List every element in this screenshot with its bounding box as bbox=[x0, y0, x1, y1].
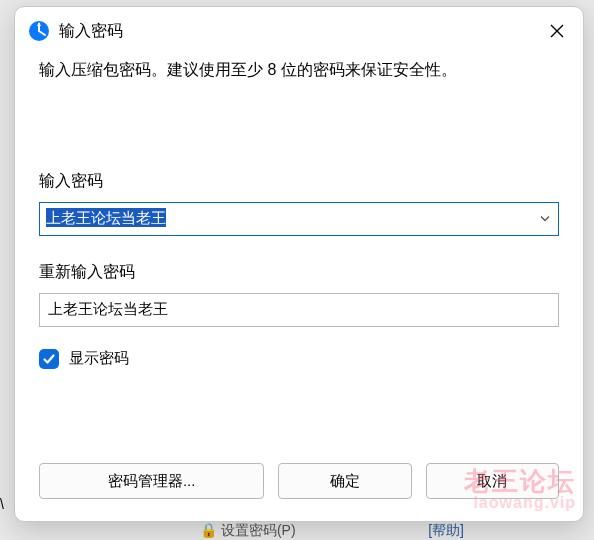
cancel-button[interactable]: 取消 bbox=[426, 463, 559, 499]
show-password-row: 显示密码 bbox=[39, 349, 559, 369]
button-row: 密码管理器... 确定 取消 bbox=[15, 463, 583, 521]
background-text: \ bbox=[0, 496, 4, 512]
password-input[interactable]: 上老王论坛当老王 bbox=[39, 202, 559, 236]
dialog-title: 输入密码 bbox=[59, 21, 533, 42]
password-combo[interactable]: 上老王论坛当老王 bbox=[39, 202, 559, 236]
background-text: [帮助] bbox=[428, 522, 464, 540]
password-manager-button[interactable]: 密码管理器... bbox=[39, 463, 264, 499]
close-button[interactable] bbox=[543, 17, 571, 45]
background-text: 🔒 设置密码(P) bbox=[200, 522, 296, 540]
reenter-input[interactable] bbox=[39, 293, 559, 327]
show-password-checkbox[interactable] bbox=[39, 349, 59, 369]
ok-button[interactable]: 确定 bbox=[278, 463, 411, 499]
dialog-content: 输入压缩包密码。建议使用至少 8 位的密码来保证安全性。 输入密码 上老王论坛当… bbox=[15, 53, 583, 463]
reenter-label: 重新输入密码 bbox=[39, 262, 559, 283]
show-password-label: 显示密码 bbox=[69, 349, 129, 368]
app-icon bbox=[29, 21, 49, 41]
password-dialog: 输入密码 输入压缩包密码。建议使用至少 8 位的密码来保证安全性。 输入密码 上… bbox=[14, 6, 584, 522]
titlebar: 输入密码 bbox=[15, 7, 583, 53]
instruction-text: 输入压缩包密码。建议使用至少 8 位的密码来保证安全性。 bbox=[39, 57, 559, 83]
password-label: 输入密码 bbox=[39, 171, 559, 192]
